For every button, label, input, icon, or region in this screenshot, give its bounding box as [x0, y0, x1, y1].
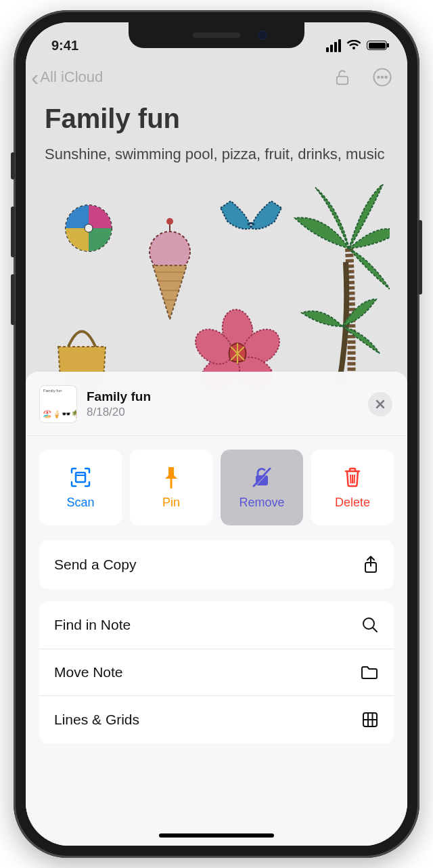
chevron-left-icon: ‹	[31, 66, 39, 89]
wifi-icon	[346, 40, 361, 51]
svg-point-6	[85, 224, 93, 232]
back-label: All iCloud	[40, 68, 103, 86]
note-thumbnail: Family fun 🏖️🍦🕶️🌴	[39, 385, 77, 423]
share-icon	[363, 555, 379, 574]
send-copy-row[interactable]: Send a Copy	[39, 540, 394, 589]
note-body: Sunshine, swimming pool, pizza, fruit, d…	[26, 138, 407, 171]
svg-point-9	[166, 218, 173, 225]
phone-frame: 9:41 ‹ All iCloud	[14, 10, 419, 858]
action-tiles: Scan Pin Remove	[26, 436, 407, 540]
svg-point-2	[378, 77, 380, 79]
move-row[interactable]: Move Note	[39, 649, 394, 695]
svg-rect-0	[337, 77, 348, 85]
scan-label: Scan	[66, 496, 94, 510]
list-group-2: Find in Note Move Note Lines & Grids	[39, 601, 394, 743]
close-button[interactable]	[368, 392, 392, 416]
lines-label: Lines & Grids	[54, 712, 139, 728]
find-label: Find in Note	[54, 617, 131, 633]
scan-button[interactable]: Scan	[39, 450, 122, 525]
find-row[interactable]: Find in Note	[39, 601, 394, 649]
home-indicator[interactable]	[159, 833, 274, 838]
svg-point-4	[385, 77, 387, 79]
lines-row[interactable]: Lines & Grids	[39, 695, 394, 743]
action-sheet: Family fun 🏖️🍦🕶️🌴 Family fun 8/18/20	[26, 372, 407, 846]
battery-icon	[367, 41, 387, 50]
delete-label: Delete	[335, 496, 370, 510]
move-label: Move Note	[54, 664, 123, 680]
pin-button[interactable]: Pin	[130, 450, 212, 525]
nav-bar: ‹ All iCloud	[26, 59, 407, 94]
back-button[interactable]: ‹ All iCloud	[31, 66, 103, 89]
status-time: 9:41	[51, 38, 78, 53]
search-icon	[361, 616, 379, 634]
more-icon[interactable]	[372, 67, 392, 87]
unlock-slash-icon	[250, 466, 273, 489]
screen: 9:41 ‹ All iCloud	[26, 22, 407, 846]
notch	[129, 22, 304, 48]
send-copy-label: Send a Copy	[54, 557, 136, 573]
pin-label: Pin	[162, 496, 180, 510]
list-group-1: Send a Copy	[39, 540, 394, 589]
cellular-icon	[326, 39, 341, 52]
sheet-title: Family fun	[87, 389, 359, 404]
svg-rect-15	[76, 473, 85, 482]
sheet-header: Family fun 🏖️🍦🕶️🌴 Family fun 8/18/20	[26, 372, 407, 436]
scan-icon	[69, 466, 92, 489]
remove-label: Remove	[239, 496, 284, 510]
grid-icon	[361, 711, 379, 729]
remove-button[interactable]: Remove	[221, 450, 303, 525]
pin-icon	[161, 466, 181, 489]
svg-line-23	[355, 475, 355, 483]
note-title: Family fun	[26, 94, 407, 138]
delete-button[interactable]: Delete	[311, 450, 394, 525]
unlock-icon[interactable]	[333, 68, 352, 87]
svg-point-3	[382, 77, 384, 79]
sheet-date: 8/18/20	[87, 406, 359, 419]
svg-line-21	[350, 475, 351, 483]
note-sketch	[26, 171, 407, 387]
close-icon	[375, 399, 386, 410]
svg-line-26	[373, 628, 377, 632]
folder-icon	[360, 664, 379, 680]
status-indicators	[326, 39, 387, 52]
trash-icon	[342, 466, 363, 489]
